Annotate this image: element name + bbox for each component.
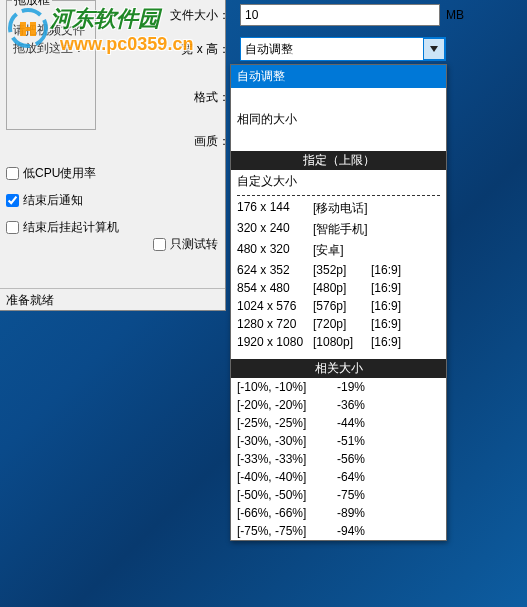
filesize-input[interactable]	[240, 4, 440, 26]
dd-option-relative[interactable]: [-33%, -33%]-56%	[231, 450, 446, 468]
check-shutdown-box[interactable]	[6, 221, 19, 234]
dd-option-fixed[interactable]: 320 x 240[智能手机]	[231, 219, 446, 240]
drop-zone-title: 拖放框	[12, 0, 52, 9]
dd-option-fixed[interactable]: 854 x 480[480p][16:9]	[231, 279, 446, 297]
check-notify-box[interactable]	[6, 194, 19, 207]
check-shutdown[interactable]: 结束后挂起计算机	[6, 219, 119, 236]
dd-option-fixed[interactable]: 624 x 352[352p][16:9]	[231, 261, 446, 279]
dd-option-relative[interactable]: [-40%, -40%]-64%	[231, 468, 446, 486]
dd-option-relative[interactable]: [-20%, -20%]-36%	[231, 396, 446, 414]
label-quality: 画质：	[100, 133, 240, 150]
drop-zone-hint: 请把视频文件拖放到这里！	[7, 1, 95, 57]
check-test[interactable]: 只测试转	[153, 236, 218, 253]
dd-option-relative[interactable]: [-50%, -50%]-75%	[231, 486, 446, 504]
wh-select[interactable]: 自动调整	[240, 37, 446, 61]
check-test-box[interactable]	[153, 238, 166, 251]
check-lowcpu[interactable]: 低CPU使用率	[6, 165, 119, 182]
dropdown-arrow-icon[interactable]	[423, 38, 445, 60]
drop-zone[interactable]: 拖放框 请把视频文件拖放到这里！	[6, 0, 96, 130]
wh-dropdown-list: 自动调整 相同的大小 指定（上限） 自定义大小 176 x 144[移动电话]3…	[230, 64, 447, 541]
dd-option-relative[interactable]: [-66%, -66%]-89%	[231, 504, 446, 522]
dd-option-relative[interactable]: [-30%, -30%]-51%	[231, 432, 446, 450]
label-format: 格式：	[100, 89, 240, 106]
dd-option-custom[interactable]: 自定义大小	[231, 170, 446, 193]
app-window: 拖放框 请把视频文件拖放到这里！ 文件大小： MB 宽 x 高： 自动调整 格式…	[0, 0, 226, 311]
dd-option-fixed[interactable]: 176 x 144[移动电话]	[231, 198, 446, 219]
check-notify[interactable]: 结束后通知	[6, 192, 119, 209]
dd-option-fixed[interactable]: 1280 x 720[720p][16:9]	[231, 315, 446, 333]
dd-header-relative: 相关大小	[231, 359, 446, 378]
dd-option-relative[interactable]: [-10%, -10%]-19%	[231, 378, 446, 396]
filesize-unit: MB	[446, 8, 464, 22]
separator-icon	[237, 195, 440, 196]
label-wh: 宽 x 高：	[100, 41, 240, 58]
status-bar: 准备就绪	[0, 288, 225, 310]
dd-option-fixed[interactable]: 480 x 320[安卓]	[231, 240, 446, 261]
checkbox-group: 低CPU使用率 结束后通知 结束后挂起计算机	[6, 165, 119, 246]
dd-option-same[interactable]: 相同的大小	[231, 108, 446, 131]
dd-option-auto[interactable]: 自动调整	[231, 65, 446, 88]
dd-option-fixed[interactable]: 1920 x 1080[1080p][16:9]	[231, 333, 446, 351]
label-filesize: 文件大小：	[100, 7, 240, 24]
dd-option-fixed[interactable]: 1024 x 576[576p][16:9]	[231, 297, 446, 315]
dd-option-relative[interactable]: [-25%, -25%]-44%	[231, 414, 446, 432]
dd-header-fixed: 指定（上限）	[231, 151, 446, 170]
check-lowcpu-box[interactable]	[6, 167, 19, 180]
wh-select-value: 自动调整	[245, 41, 293, 58]
dd-option-relative[interactable]: [-75%, -75%]-94%	[231, 522, 446, 540]
